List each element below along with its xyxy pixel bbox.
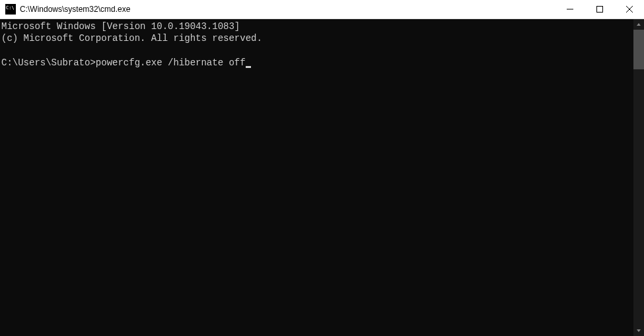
minimize-icon — [567, 6, 573, 13]
svg-rect-1 — [596, 7, 602, 13]
maximize-button[interactable] — [585, 0, 614, 18]
window-controls — [555, 0, 644, 18]
minimize-button[interactable] — [555, 0, 585, 18]
chevron-down-icon — [636, 328, 641, 333]
version-line: Microsoft Windows [Version 10.0.19043.10… — [1, 21, 240, 32]
chevron-up-icon — [636, 22, 641, 27]
close-icon — [626, 6, 633, 13]
window-title: C:\Windows\system32\cmd.exe — [20, 5, 555, 14]
terminal-output[interactable]: Microsoft Windows [Version 10.0.19043.10… — [0, 19, 633, 336]
terminal-area: Microsoft Windows [Version 10.0.19043.10… — [0, 19, 644, 336]
scroll-thumb[interactable] — [633, 30, 644, 69]
scroll-up-button[interactable] — [633, 19, 644, 30]
close-button[interactable] — [614, 0, 644, 18]
command-input[interactable]: powercfg.exe /hibernate off — [96, 57, 246, 68]
vertical-scrollbar[interactable] — [633, 19, 644, 336]
scroll-down-button[interactable] — [633, 325, 644, 336]
cmd-icon — [5, 4, 16, 15]
titlebar: C:\Windows\system32\cmd.exe — [0, 0, 644, 19]
cursor — [246, 66, 251, 68]
maximize-icon — [596, 6, 603, 13]
prompt: C:\Users\Subrato> — [1, 57, 96, 68]
copyright-line: (c) Microsoft Corporation. All rights re… — [1, 33, 262, 44]
